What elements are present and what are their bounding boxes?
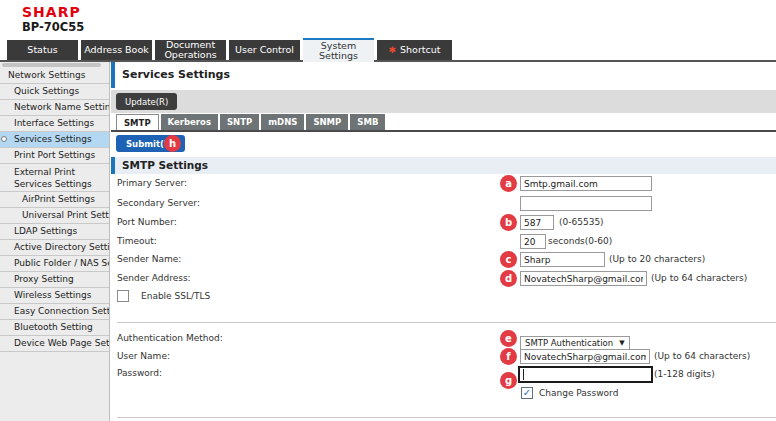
annotation-marker-d: d [500, 270, 517, 287]
user-name-input[interactable] [520, 349, 650, 364]
primary-server-label: Primary Server: [117, 178, 187, 188]
form-row-user-name: User Name: (Up to 64 characters) [111, 349, 776, 366]
check-icon: ✓ [523, 387, 531, 398]
sidebar-item-easy-connection-setting[interactable]: Easy Connection Setting [0, 304, 109, 320]
form-row-password: Password: (1-128 digits) [111, 366, 776, 385]
form-row-change-password: ✓Change Password [111, 387, 776, 404]
sidebar-item-bluetooth-setting[interactable]: Bluetooth Setting [0, 320, 109, 336]
sidebar-item-quick-settings[interactable]: Quick Settings [0, 84, 109, 100]
sender-name-input[interactable] [520, 252, 605, 267]
sender-name-label: Sender Name: [117, 254, 181, 264]
sidebar-item-print-port-settings[interactable]: Print Port Settings [0, 148, 109, 164]
tab-shortcut[interactable]: ✱Shortcut [377, 40, 452, 60]
sidebar-item-public-folder-nas-setting[interactable]: Public Folder / NAS Setting [0, 256, 109, 272]
smtp-settings-section-header: SMTP Settings [111, 157, 776, 174]
update-toolbar: Update(R) [111, 90, 776, 113]
form-row-sender-address: Sender Address: (Up to 64 characters) [111, 271, 776, 288]
sidebar-item-ldap-settings[interactable]: LDAP Settings [0, 224, 109, 240]
sidebar-item-universal-print-settings[interactable]: Universal Print Settings [0, 208, 109, 224]
sidebar-item-network-name-setting[interactable]: Network Name Setting [0, 100, 109, 116]
password-label: Password: [117, 368, 162, 378]
sidebar: Network Settings Quick Settings Network … [0, 62, 110, 421]
sidebar-item-proxy-setting[interactable]: Proxy Setting [0, 272, 109, 288]
port-number-input[interactable] [520, 215, 554, 230]
change-password-checkbox[interactable]: ✓ [521, 387, 533, 399]
sender-name-hint: (Up to 20 characters) [609, 252, 705, 267]
port-number-hint: (0-65535) [559, 215, 604, 230]
password-hint: (1-128 digits) [654, 366, 715, 383]
update-button[interactable]: Update(R) [116, 93, 177, 110]
port-number-label: Port Number: [117, 217, 177, 227]
section-divider [117, 322, 776, 323]
timeout-hint: seconds(0-60) [548, 234, 612, 249]
sidebar-scrollbar-thumb[interactable] [2, 63, 101, 67]
auth-method-label: Authentication Method: [117, 333, 223, 343]
annotation-marker-c: c [500, 251, 517, 268]
form-row-auth-method: Authentication Method: SMTP Authenticati… [111, 331, 776, 348]
sidebar-item-wireless-settings[interactable]: Wireless Settings [0, 288, 109, 304]
sender-address-input[interactable] [520, 271, 647, 286]
sidebar-item-interface-settings[interactable]: Interface Settings [0, 116, 109, 132]
protocol-tab-bar: SMTPKerberosSNTPmDNSSNMPSMB [116, 114, 387, 130]
device-model: BP-70C55 [22, 20, 84, 34]
subtab-kerberos[interactable]: Kerberos [161, 114, 218, 130]
user-name-hint: (Up to 64 characters) [654, 349, 750, 364]
page-title: Services Settings [111, 62, 230, 88]
form-row-primary-server: Primary Server: [111, 176, 776, 193]
annotation-marker-h: h [164, 135, 181, 152]
tab-user-control[interactable]: User Control [229, 40, 300, 60]
tab-system-settings[interactable]: System Settings [303, 38, 374, 62]
text-cursor [523, 369, 524, 380]
sidebar-item-device-web-page-setting[interactable]: Device Web Page Setting [0, 336, 109, 352]
sharp-device-webpage: SHARP BP-70C55 Status Address Book Docum… [0, 0, 776, 421]
subtab-sntp[interactable]: SNTP [220, 114, 259, 130]
page-header: SHARP BP-70C55 [0, 0, 776, 38]
main-content: Services Settings Update(R) SMTPKerberos… [111, 62, 776, 421]
current-section-icon [1, 136, 7, 142]
sidebar-item-network-settings[interactable]: Network Settings [0, 68, 109, 84]
sidebar-item-label: Services Settings [14, 134, 92, 144]
subtab-smb[interactable]: SMB [350, 114, 385, 130]
tab-bar-underline [0, 60, 776, 62]
subtab-mdns[interactable]: mDNS [261, 114, 304, 130]
form-row-enable-ssl: Enable SSL/TLS [111, 289, 776, 306]
timeout-label: Timeout: [117, 236, 157, 246]
form-row-port-number: Port Number: (0-65535) [111, 215, 776, 232]
sidebar-item-external-print-services-settings[interactable]: External Print Services Settings [0, 164, 109, 192]
chevron-down-icon: ▼ [619, 339, 624, 347]
secondary-server-input[interactable] [520, 196, 652, 211]
tab-document-operations[interactable]: Document Operations [155, 40, 226, 60]
timeout-input[interactable] [520, 234, 546, 249]
primary-server-input[interactable] [520, 176, 652, 191]
sender-address-label: Sender Address: [117, 273, 191, 283]
sidebar-item-active-directory-settings[interactable]: Active Directory Settings [0, 240, 109, 256]
sidebar-item-airprint-settings[interactable]: AirPrint Settings [0, 192, 109, 208]
annotation-marker-f: f [500, 348, 517, 365]
annotation-marker-e: e [500, 330, 517, 347]
annotation-marker-b: b [500, 214, 517, 231]
annotation-marker-a: a [500, 175, 517, 192]
secondary-server-label: Secondary Server: [117, 198, 200, 208]
form-row-sender-name: Sender Name: (Up to 20 characters) [111, 252, 776, 269]
tab-address-book[interactable]: Address Book [81, 40, 152, 60]
sender-address-hint: (Up to 64 characters) [651, 271, 747, 286]
password-input[interactable] [518, 366, 653, 383]
user-name-label: User Name: [117, 351, 170, 361]
subtab-smtp[interactable]: SMTP [116, 114, 159, 130]
main-tab-bar: Status Address Book Document Operations … [0, 38, 776, 62]
auth-method-value: SMTP Authentication [525, 338, 613, 348]
tab-shortcut-label: Shortcut [400, 45, 440, 55]
enable-ssl-checkbox[interactable] [117, 290, 129, 302]
form-row-timeout: Timeout: seconds(0-60) [111, 234, 776, 251]
star-icon: ✱ [388, 45, 396, 55]
sidebar-item-services-settings[interactable]: Services Settings [0, 132, 109, 148]
settings-menu: Network Settings Quick Settings Network … [0, 68, 109, 352]
sharp-logo: SHARP [22, 4, 81, 20]
form-row-secondary-server: Secondary Server: [111, 196, 776, 213]
change-password-label: Change Password [539, 387, 618, 400]
subtab-snmp[interactable]: SNMP [306, 114, 348, 130]
enable-ssl-label: Enable SSL/TLS [141, 290, 210, 303]
tab-status[interactable]: Status [7, 40, 78, 60]
subtab-underline [111, 130, 776, 132]
annotation-marker-g: g [500, 372, 517, 389]
